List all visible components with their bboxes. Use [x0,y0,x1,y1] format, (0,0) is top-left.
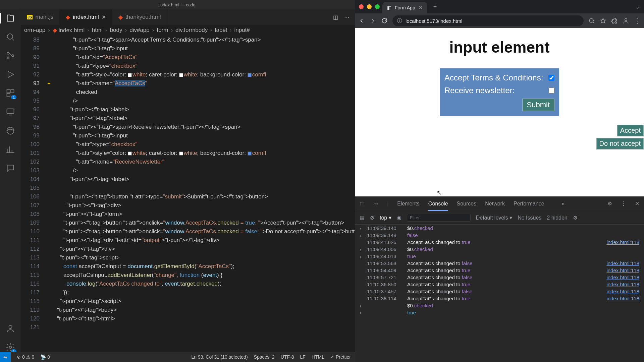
console-line: 11:10:36.850AcceptTaCs changed to truein… [355,281,644,288]
code-editor[interactable]: 8889909192939495969798991001011021031041… [21,36,355,352]
status-cursor[interactable]: Ln 93, Col 31 (10 selected) [191,354,248,360]
status-lang[interactable]: HTML [312,354,324,360]
status-formatter[interactable]: ✓ Prettier [330,354,351,360]
browser-tab[interactable]: ◧ Form App ✕ [382,2,427,13]
console-line: ‹11:09:44.013true [355,253,644,260]
bookmark-icon[interactable] [600,17,606,24]
context-selector[interactable]: top ▾ [380,215,391,221]
editor-tab-thankyou-html[interactable]: ◆thankyou.html [112,9,167,25]
kebab-menu-icon[interactable]: ⋮ [634,17,641,25]
svg-point-11 [589,18,593,22]
devtools-tab-network[interactable]: Network [485,201,505,206]
remote-explorer-icon[interactable] [6,107,15,117]
accept-button[interactable]: Accept [617,125,644,136]
source-control-icon[interactable] [6,51,15,60]
breadcrumb-item[interactable]: input# [234,27,250,34]
device-toggle-icon[interactable]: ▭ [373,200,378,207]
explorer-icon[interactable] [6,13,15,23]
breadcrumb-item[interactable]: body [110,27,122,34]
breadcrumb-item[interactable]: div#app [129,27,150,34]
code-content[interactable]: "t-pun"><"t-tag">span>Accept Terms & Con… [57,36,355,352]
maximize-window-icon[interactable] [375,4,380,9]
live-expression-icon[interactable]: ◉ [397,215,401,221]
chat-icon[interactable] [6,164,15,173]
console-sidebar-icon[interactable]: ▤ [360,215,365,221]
breadcrumb-item[interactable]: orm-app [24,27,45,34]
accounts-icon[interactable] [6,324,15,333]
log-levels-selector[interactable]: Default levels ▾ [476,215,513,221]
terms-checkbox[interactable] [548,75,554,81]
run-debug-icon[interactable] [6,70,15,79]
search-icon[interactable] [6,32,15,42]
console-source-link[interactable]: index.html:118 [606,260,639,266]
tabs-dropdown-icon[interactable]: ⌄ [636,4,640,10]
close-tab-icon[interactable]: ✕ [102,14,106,20]
console-source-link[interactable]: index.html:118 [606,267,639,273]
zoom-icon[interactable] [588,17,595,24]
edge-icon[interactable] [6,126,15,135]
submit-button[interactable]: Submit [522,99,554,111]
devtools-tab-sources[interactable]: Sources [457,201,477,206]
split-editor-icon[interactable]: ◫ [333,14,338,20]
devtools-close-icon[interactable]: ✕ [635,200,639,207]
extensions-puzzle-icon[interactable] [611,17,618,24]
reload-icon[interactable] [381,17,388,24]
console-line: ›11:09:44.006$0.checked [355,246,644,253]
more-tabs-icon[interactable]: » [562,201,565,207]
more-actions-icon[interactable]: ⋯ [344,14,350,20]
status-errors[interactable]: ⊘ 0 ⚠ 0 [17,354,34,360]
clear-console-icon[interactable]: ⊘ [370,215,374,221]
svg-point-0 [7,34,13,39]
issues-indicator[interactable]: No Issues [518,215,541,221]
back-icon[interactable] [358,17,365,24]
form-box: Accept Terms & Conditions: Receive newsl… [440,68,559,116]
console-source-link[interactable]: index.html:118 [606,296,639,301]
close-tab-icon[interactable]: ✕ [419,5,423,10]
console-source-link[interactable]: index.html:118 [606,275,639,280]
console-source-link[interactable]: index.html:118 [606,289,639,294]
close-window-icon[interactable] [359,4,364,9]
form-row-newsletter: Receive newsletter: [444,86,554,95]
status-ports[interactable]: 📡 0 [40,354,50,360]
inspect-icon[interactable]: ⬚ [360,200,365,207]
newsletter-checkbox[interactable] [548,87,554,94]
console-source-link[interactable]: index.html:118 [606,239,639,245]
profile-icon[interactable] [623,17,629,24]
breadcrumb-item[interactable]: label [215,27,227,34]
status-eol[interactable]: LF [300,354,306,360]
breadcrumb-item[interactable]: div.formbody [175,27,208,34]
extensions-icon[interactable]: 1 [6,88,15,98]
address-bar[interactable]: ⓘ localhost:5173/index.html [392,15,584,26]
devtools-tab-performance[interactable]: Performance [514,201,544,206]
editor-tab-main-js[interactable]: JSmain.js [21,9,60,25]
settings-badge: 1 [11,349,16,352]
new-tab-button[interactable]: + [430,3,440,10]
breadcrumb-item[interactable]: form [157,27,168,34]
chart-icon[interactable] [6,145,15,154]
console-filter-input[interactable] [407,214,471,222]
glyph-margin: ✦ [47,36,57,352]
console-output[interactable]: ›11:09:39.140$0.checked‹11:09:39.148fals… [355,225,644,362]
devtools-tab-elements[interactable]: Elements [397,201,420,206]
minimize-window-icon[interactable] [367,4,372,9]
status-spaces[interactable]: Spaces: 2 [254,354,275,360]
hidden-count[interactable]: 2 hidden [547,215,567,221]
breadcrumb-item[interactable]: ◆ index.html [53,27,85,34]
devtools-settings-icon[interactable]: ⚙ [607,200,612,207]
svg-point-1 [7,52,9,54]
svg-point-12 [625,18,627,21]
editor-tab-index-html[interactable]: ◆index.html✕ [60,9,112,25]
devtools-tab-console[interactable]: Console [428,201,448,211]
site-info-icon[interactable]: ⓘ [397,18,402,24]
remote-indicator[interactable]: ⇋ [0,352,11,362]
console-settings-icon[interactable]: ⚙ [573,215,578,221]
settings-gear-icon[interactable]: 1 [6,343,15,352]
console-source-link[interactable]: index.html:118 [606,282,639,287]
devtools-kebab-icon[interactable]: ⋮ [621,200,626,207]
status-encoding[interactable]: UTF-8 [281,354,294,360]
forward-icon[interactable] [370,17,376,24]
breadcrumbs[interactable]: orm-app›◆ index.html›html›body›div#app›f… [21,25,355,36]
do-not-accept-button[interactable]: Do not accept [596,138,644,149]
svg-rect-6 [7,94,10,97]
breadcrumb-item[interactable]: html [92,27,103,34]
